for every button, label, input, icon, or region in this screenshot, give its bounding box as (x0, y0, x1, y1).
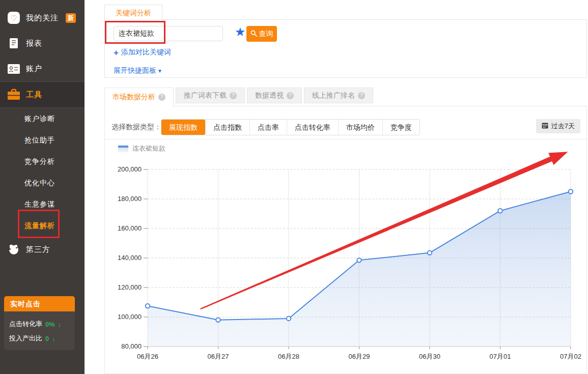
magnifier-icon (250, 30, 257, 38)
query-button-label: 查询 (259, 30, 273, 39)
data-point (569, 189, 573, 193)
data-point (498, 209, 502, 213)
new-badge: 新 (66, 13, 76, 23)
tab-label: 市场数据分析 (113, 93, 155, 102)
data-point (146, 304, 150, 308)
sidebar-item-label: 我的关注 (26, 13, 59, 23)
app-window: ♡我的关注新报表账户工具 账户诊断抢位助手竞争分析优化中心生意参谋流量解析 第三… (0, 0, 588, 374)
report-icon (7, 38, 20, 49)
data-type-button-竞争度[interactable]: 竞争度 (382, 120, 419, 135)
y-axis-label: 120,000 (118, 283, 142, 291)
arrow-down-icon: ↓ (58, 321, 62, 328)
date-range-button[interactable]: 过去7天 (536, 119, 580, 133)
realtime-panel-body: 点击转化率0%↓投入产出比0↓ (4, 311, 75, 350)
realtime-click-panel: 实时点击 点击转化率0%↓投入产出比0↓ (4, 296, 75, 350)
blob-icon (7, 244, 20, 255)
realtime-metric-label: 点击转化率 (9, 320, 42, 329)
sidebar-item-第三方[interactable]: 第三方 (0, 236, 85, 263)
data-type-button-市场均价[interactable]: 市场均价 (338, 120, 382, 135)
data-type-label: 选择数据类型： (111, 119, 161, 134)
x-axis-label: 06月28 (278, 353, 299, 360)
help-icon[interactable] (358, 92, 365, 99)
sidebar: ♡我的关注新报表账户工具 账户诊断抢位助手竞争分析优化中心生意参谋流量解析 第三… (0, 0, 85, 374)
tab-市场数据分析[interactable]: 市场数据分析 (104, 88, 174, 106)
tab-label: 数据透视 (255, 91, 284, 100)
legend-series-label: 连衣裙短款 (132, 144, 165, 153)
realtime-metric-row: 投入产出比0↓ (9, 334, 70, 343)
data-type-button-点击转化率[interactable]: 点击转化率 (287, 120, 338, 135)
data-point (357, 258, 361, 262)
sidebar-subitem-优化中心[interactable]: 优化中心 (0, 172, 85, 193)
sidebar-main-menu: ♡我的关注新报表账户工具 (0, 5, 85, 108)
data-point (287, 317, 291, 321)
briefcase-icon (7, 89, 20, 101)
star-icon[interactable]: ★ (235, 24, 246, 40)
x-axis-label: 06月27 (208, 353, 229, 360)
y-axis-label: 160,000 (118, 224, 142, 232)
help-icon[interactable] (158, 94, 165, 101)
data-point (216, 318, 220, 322)
data-type-button-group: 展现指数点击指数点击率点击转化率市场均价竞争度 (161, 119, 420, 135)
y-axis-label: 100,000 (118, 313, 142, 321)
analysis-tabs: 市场数据分析推广词表下载数据透视线上推广排名 (104, 88, 373, 106)
x-axis-label: 06月29 (349, 353, 370, 360)
sidebar-subitem-竞争分析[interactable]: 竞争分析 (0, 151, 85, 172)
tab-keyword-analysis[interactable]: 关键词分析 (104, 5, 162, 20)
sidebar-item-报表[interactable]: 报表 (0, 31, 85, 56)
x-axis-label: 07月02 (560, 353, 581, 360)
expand-quick-panel-link[interactable]: 展开快捷面板 (114, 66, 162, 75)
tab-label: 线上推广排名 (312, 91, 355, 100)
sidebar-item-我的关注[interactable]: ♡我的关注新 (0, 5, 85, 31)
sidebar-item-label: 账户 (26, 64, 42, 74)
help-icon[interactable] (230, 92, 237, 99)
realtime-metric-label: 投入产出比 (9, 334, 42, 343)
plus-icon (114, 48, 119, 57)
sidebar-subitem-生意参谋[interactable]: 生意参谋 (0, 193, 85, 215)
keyword-query-panel: ★ 查询 添加对比关键词 展开快捷面板 (104, 19, 587, 78)
sidebar-item-账户[interactable]: 账户 (0, 56, 85, 81)
tab-推广词表下载[interactable]: 推广词表下载 (176, 88, 245, 103)
sidebar-subitem-流量解析[interactable]: 流量解析 (0, 215, 85, 236)
sidebar-item-label: 报表 (26, 39, 42, 48)
tab-数据透视[interactable]: 数据透视 (247, 88, 302, 103)
y-axis-label: 140,000 (118, 254, 142, 262)
y-axis-label: 200,000 (118, 165, 142, 173)
tab-线上推广排名[interactable]: 线上推广排名 (304, 88, 373, 103)
x-axis-label: 06月30 (419, 353, 440, 360)
y-axis-label: 80,000 (121, 342, 142, 350)
account-card-icon (7, 64, 20, 74)
calendar-icon (542, 122, 548, 130)
add-compare-keyword-label: 添加对比关键词 (121, 48, 171, 57)
arrow-down-icon: ↓ (52, 335, 55, 342)
y-axis-label: 180,000 (118, 195, 142, 203)
sidebar-item-工具[interactable]: 工具 (0, 81, 85, 108)
help-icon[interactable] (287, 92, 294, 99)
legend-swatch-icon (118, 146, 128, 152)
data-type-button-展现指数[interactable]: 展现指数 (161, 120, 205, 135)
keyword-input[interactable] (114, 26, 223, 41)
sidebar-subitem-抢位助手[interactable]: 抢位助手 (0, 129, 85, 151)
expand-quick-panel-label: 展开快捷面板 (114, 66, 156, 75)
date-range-label: 过去7天 (551, 122, 575, 131)
add-compare-keyword-link[interactable]: 添加对比关键词 (114, 48, 171, 57)
x-axis-label: 06月26 (137, 353, 158, 360)
realtime-panel-title: 实时点击 (4, 296, 75, 311)
realtime-metric-value: 0% (45, 321, 55, 328)
sidebar-item-label: 工具 (26, 90, 42, 100)
data-type-bar: 选择数据类型： 展现指数点击指数点击率点击转化率市场均价竞争度 过去7天 (105, 106, 586, 139)
query-button[interactable]: 查询 (246, 26, 277, 42)
data-type-button-点击指数[interactable]: 点击指数 (205, 120, 249, 135)
chart-legend: 连衣裙短款 (118, 144, 165, 153)
heart-icon: ♡ (7, 12, 20, 24)
chevron-down-icon (157, 68, 162, 74)
tab-label: 推广词表下载 (184, 91, 227, 100)
sidebar-item-label: 第三方 (26, 245, 50, 254)
realtime-metric-row: 点击转化率0%↓ (9, 320, 70, 329)
sidebar-subitem-账户诊断[interactable]: 账户诊断 (0, 108, 85, 129)
impression-index-chart: 200,000180,000160,000140,000120,000100,0… (105, 143, 586, 367)
data-point (428, 251, 432, 255)
sidebar-bottom-item: 第三方 (0, 236, 85, 263)
market-data-panel: 选择数据类型： 展现指数点击指数点击率点击转化率市场均价竞争度 过去7天 连衣裙… (104, 106, 587, 374)
x-axis-label: 07月01 (490, 353, 511, 360)
data-type-button-点击率[interactable]: 点击率 (249, 120, 287, 135)
